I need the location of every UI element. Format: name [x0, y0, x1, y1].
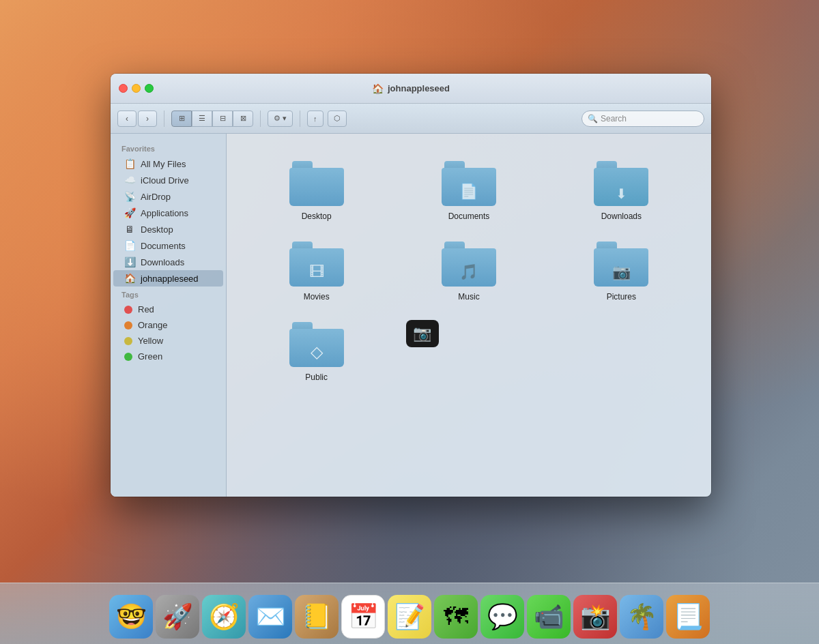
dock-photo-booth[interactable]: 📸: [573, 595, 617, 639]
folder-movies[interactable]: 🎞 Movies: [240, 235, 392, 308]
finder-icon: 🤓: [116, 602, 147, 631]
toolbar-separator-3: [300, 111, 300, 127]
title-text: johnappleseed: [388, 83, 450, 93]
sidebar-item-tag-green[interactable]: Green: [113, 349, 223, 364]
sidebar-item-label: Green: [138, 351, 162, 362]
dock-messages[interactable]: 💬: [480, 595, 524, 639]
dock-facetime[interactable]: 📹: [527, 595, 571, 639]
sidebar-item-label: Documents: [141, 241, 186, 251]
sidebar-item-label: Downloads: [141, 257, 184, 267]
nav-buttons: ‹ ›: [117, 111, 157, 127]
iphoto-icon: 🌴: [627, 602, 657, 631]
dock-mail[interactable]: ✉️: [248, 595, 292, 639]
orange-tag-dot: [124, 321, 132, 330]
public-symbol: ◇: [311, 342, 323, 362]
sidebar-item-label: iCloud Drive: [141, 175, 189, 186]
folder-icon-music: 🎵: [442, 241, 496, 287]
sidebar-item-desktop[interactable]: 🖥 Desktop: [113, 221, 223, 237]
window-title: 🏠 johnappleseed: [372, 83, 450, 94]
facetime-icon: 📹: [534, 602, 564, 631]
icon-view-button[interactable]: ⊞: [171, 111, 192, 127]
tag-button[interactable]: ⬡: [328, 111, 347, 127]
folder-icon-public: ◇: [289, 322, 344, 367]
dock-finder[interactable]: 🤓: [109, 595, 153, 639]
screenshot-camera-overlay: 📷: [395, 311, 450, 356]
sidebar-item-label: Red: [138, 304, 154, 314]
finder-window: 🏠 johnappleseed ‹ › ⊞ ☰ ⊟ ⊠ ⚙ ▾ ↑ ⬡ �: [111, 74, 711, 497]
dock-launchpad[interactable]: 🚀: [156, 595, 199, 639]
sidebar-item-label: AirDrop: [141, 192, 171, 202]
folder-label-movies: Movies: [304, 292, 330, 302]
dock-maps[interactable]: 🗺: [434, 595, 478, 639]
sidebar-item-tag-orange[interactable]: Orange: [113, 317, 223, 333]
dock-contacts[interactable]: 📒: [295, 595, 339, 639]
folder-desktop[interactable]: Desktop: [240, 154, 392, 228]
sidebar-item-label: Desktop: [141, 224, 173, 235]
movies-symbol: 🎞: [309, 263, 324, 281]
share-button[interactable]: ↑: [307, 111, 324, 127]
sidebar-item-applications[interactable]: 🚀 Applications: [113, 205, 223, 221]
folder-pictures[interactable]: 📷 Pictures: [545, 235, 698, 308]
search-box[interactable]: 🔍 Search: [581, 111, 704, 127]
main-area: Favorites 📋 All My Files ☁️ iCloud Drive…: [111, 134, 711, 497]
sidebar-item-icloud-drive[interactable]: ☁️ iCloud Drive: [113, 172, 223, 188]
dock-pages[interactable]: 📃: [666, 595, 710, 639]
folder-downloads[interactable]: ⬇ Downloads: [545, 154, 698, 228]
folder-public[interactable]: ◇ Public: [240, 315, 392, 389]
all-my-files-icon: 📋: [124, 158, 135, 169]
cover-flow-button[interactable]: ⊠: [233, 111, 253, 127]
sidebar-item-label: All My Files: [141, 159, 186, 169]
maps-icon: 🗺: [444, 602, 468, 631]
file-area: Desktop 📄 Documents ⬇: [227, 134, 711, 497]
notes-icon: 📝: [394, 602, 425, 631]
folder-music[interactable]: 🎵 Music: [392, 235, 545, 308]
contacts-icon: 📒: [302, 602, 332, 631]
sidebar-item-documents[interactable]: 📄 Documents: [113, 237, 223, 254]
folder-documents[interactable]: 📄 Documents: [392, 154, 545, 228]
sidebar-item-home[interactable]: 🏠 johnappleseed: [113, 270, 223, 287]
sidebar-item-label: Orange: [138, 320, 167, 330]
applications-icon: 🚀: [124, 207, 135, 218]
sidebar-item-airdrop[interactable]: 📡 AirDrop: [113, 188, 223, 205]
folder-icon-pictures: 📷: [594, 241, 648, 287]
folder-icon-downloads: ⬇: [594, 161, 648, 206]
dock-notes[interactable]: 📝: [388, 595, 431, 639]
tag-icon: ⬡: [334, 114, 341, 123]
toolbar-separator-1: [164, 111, 164, 127]
folder-label-music: Music: [458, 292, 479, 302]
dock-iphoto[interactable]: 🌴: [620, 595, 663, 639]
list-view-button[interactable]: ☰: [192, 111, 212, 127]
dock-calendar[interactable]: 📅: [341, 595, 385, 639]
documents-icon: 📄: [124, 240, 135, 251]
folder-icon-desktop: [289, 161, 344, 206]
red-tag-dot: [124, 306, 132, 314]
sidebar-item-tag-red[interactable]: Red: [113, 302, 223, 317]
close-button[interactable]: [119, 84, 128, 93]
airdrop-icon: 📡: [124, 191, 135, 202]
icloud-icon: ☁️: [124, 175, 135, 186]
desktop-icon: 🖥: [124, 224, 135, 235]
column-view-button[interactable]: ⊟: [212, 111, 233, 127]
dock: 🤓 🚀 🧭 ✉️ 📒 📅 📝 🗺 💬 📹 📸 🌴 📃: [0, 583, 819, 644]
folder-label-documents: Documents: [448, 211, 490, 221]
sidebar-item-downloads[interactable]: ⬇️ Downloads: [113, 254, 223, 270]
arrange-button[interactable]: ⚙ ▾: [268, 111, 293, 127]
traffic-lights: [119, 84, 154, 93]
back-button[interactable]: ‹: [117, 111, 136, 127]
sidebar-item-tag-yellow[interactable]: Yellow: [113, 333, 223, 349]
calendar-icon: 📅: [348, 602, 379, 631]
downloads-icon: ⬇️: [124, 257, 135, 267]
documents-symbol: 📄: [459, 183, 478, 201]
folder-label-public: Public: [305, 372, 328, 382]
mail-icon: ✉️: [255, 602, 286, 631]
dock-safari[interactable]: 🧭: [202, 595, 246, 639]
sidebar-item-all-my-files[interactable]: 📋 All My Files: [113, 156, 223, 172]
sidebar-item-label: johnappleseed: [141, 274, 199, 284]
maximize-button[interactable]: [145, 84, 154, 93]
title-home-icon: 🏠: [372, 83, 384, 94]
music-symbol: 🎵: [459, 263, 478, 281]
forward-button[interactable]: ›: [138, 111, 157, 127]
minimize-button[interactable]: [132, 84, 141, 93]
folder-label-downloads: Downloads: [601, 211, 642, 221]
sidebar-item-label: Yellow: [138, 336, 163, 346]
